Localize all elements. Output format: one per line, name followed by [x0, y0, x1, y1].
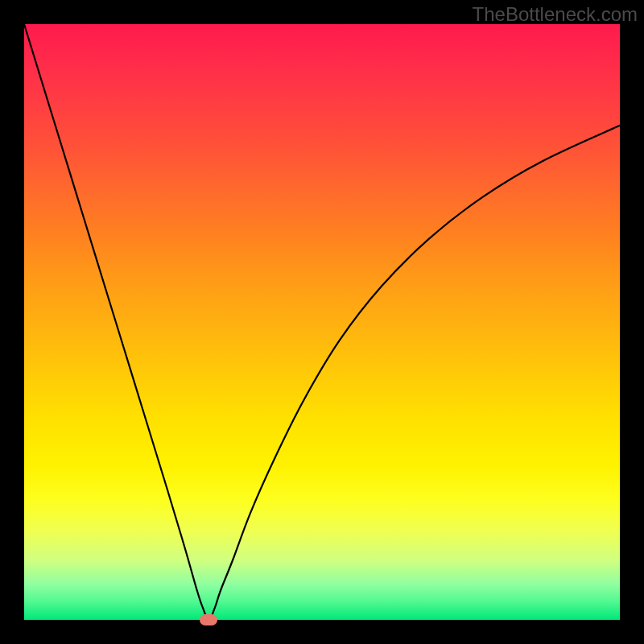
minimum-marker [200, 614, 217, 625]
chart-container: TheBottleneck.com [0, 0, 644, 644]
curve-svg [24, 24, 620, 620]
watermark-text: TheBottleneck.com [473, 3, 638, 26]
bottleneck-curve [24, 24, 620, 620]
plot-area [24, 24, 620, 620]
